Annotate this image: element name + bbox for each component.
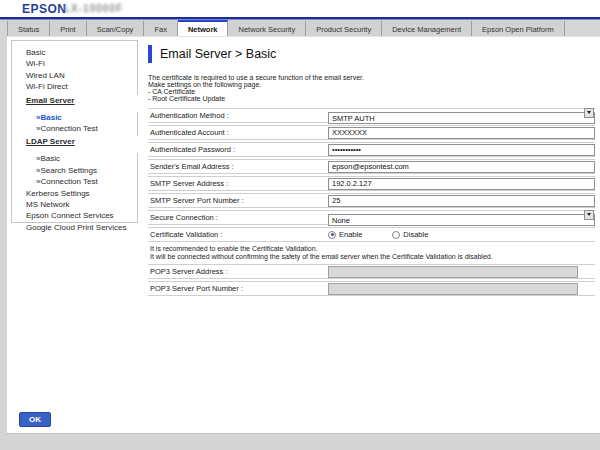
row-certificate-validation: Certificate Validation : Enable Disable [148,227,595,242]
certificate-validation-disable-option[interactable]: Disable [392,230,428,239]
secure-connection-dropdown-button[interactable] [584,210,594,220]
pop3-address-input [328,266,578,278]
tab-network[interactable]: Network [178,20,229,36]
sidebar-item-email-server-basic[interactable]: »Basic [26,112,133,123]
sidebar-item-ldap-basic[interactable]: »Basic [26,153,133,164]
note-line: It is recommended to enable the Certific… [150,245,595,253]
tab-bar: Status Print Scan/Copy Fax Network Netwo… [7,20,600,37]
row-authenticated-account: Authenticated Account : [148,125,595,140]
sidebar-item-ms-network[interactable]: MS Network [26,199,133,210]
secure-connection-label: Secure Connection : [148,213,328,222]
smtp-port-input[interactable] [328,195,595,207]
chevron-down-icon [587,111,591,114]
email-server-form: Authentication Method : Authenticated Ac… [148,108,595,296]
tab-scan-copy[interactable]: Scan/Copy [87,20,145,36]
authenticated-password-input[interactable] [328,144,595,156]
smtp-address-input[interactable] [328,178,595,190]
page-title: Email Server > Basic [160,47,276,61]
sidebar-nav: Basic Wi-Fi Wired LAN Wi-Fi Direct Email… [11,40,138,223]
tab-status[interactable]: Status [7,20,50,36]
row-authentication-method: Authentication Method : [148,108,595,123]
tab-device-management[interactable]: Device Management [382,20,472,36]
sidebar-item-wired-lan[interactable]: Wired LAN [26,70,133,81]
description-line: The certificate is required to use a sec… [148,74,595,81]
pop3-address-label: POP3 Server Address : [148,267,328,276]
chevron-down-icon [587,213,591,216]
title-bar: Email Server > Basic [148,45,595,63]
printer-model-label: LX-10000F [64,3,123,14]
sidebar-item-epson-connect-services[interactable]: Epson Connect Services [26,210,133,221]
certificate-validation-enable-option[interactable]: Enable [328,230,362,239]
ok-button[interactable]: OK [19,412,51,427]
sidebar-item-ldap-search-settings[interactable]: »Search Settings [26,165,133,176]
tab-print[interactable]: Print [50,20,86,36]
row-sender-email: Sender's Email Address : [148,159,595,174]
description-line: Make settings on the following page. [148,81,595,88]
certificate-validation-note: It is recommended to enable the Certific… [150,245,595,260]
row-pop3-address: POP3 Server Address : [148,264,595,279]
app-header: EPSON LX-10000F [0,0,600,17]
tab-network-security[interactable]: Network Security [228,20,306,36]
authenticated-account-input[interactable] [328,127,595,139]
tab-product-security[interactable]: Product Security [306,20,382,36]
pop3-port-input [328,283,578,295]
sidebar-item-ldap-connection-test[interactable]: »Connection Test [26,176,133,187]
sender-email-input[interactable] [328,161,595,173]
smtp-address-label: SMTP Server Address : [148,179,328,188]
sidebar-item-basic[interactable]: Basic [26,47,133,58]
enable-label: Enable [339,230,362,239]
note-line: It will be connected without confirming … [150,253,595,261]
sidebar-item-wifi-direct[interactable]: Wi-Fi Direct [26,81,133,92]
authentication-method-select[interactable] [328,107,595,125]
description-line: - Root Certificate Update [148,95,595,102]
epson-logo: EPSON [22,2,67,16]
certificate-validation-label: Certificate Validation : [148,230,328,239]
pop3-port-label: POP3 Server Port Number : [148,284,328,293]
radio-disable-icon[interactable] [392,231,400,239]
main-panel: Email Server > Basic The certificate is … [148,45,595,298]
authenticated-password-label: Authenticated Password : [148,145,328,154]
secure-connection-value[interactable] [328,214,595,226]
disable-label: Disable [403,230,428,239]
sidebar-item-email-connection-test[interactable]: »Connection Test [26,123,133,134]
title-accent-bar [148,45,152,63]
sidebar-item-wifi[interactable]: Wi-Fi [26,58,133,69]
authentication-method-dropdown-button[interactable] [584,108,594,118]
tab-fax[interactable]: Fax [144,20,178,36]
sender-email-label: Sender's Email Address : [148,162,328,171]
row-smtp-port: SMTP Server Port Number : [148,193,595,208]
row-pop3-port: POP3 Server Port Number : [148,281,595,296]
row-secure-connection: Secure Connection : [148,210,595,225]
authentication-method-label: Authentication Method : [148,111,328,120]
content-area: Basic Wi-Fi Wired LAN Wi-Fi Direct Email… [7,37,600,432]
page-panel: Status Print Scan/Copy Fax Network Netwo… [7,20,600,433]
row-smtp-address: SMTP Server Address : [148,176,595,191]
tab-epson-open-platform[interactable]: Epson Open Platform [472,20,565,36]
sidebar-item-kerberos-settings[interactable]: Kerberos Settings [26,188,133,199]
certificate-validation-radio-group: Enable Disable [328,230,458,239]
description-line: - CA Certificate [148,88,595,95]
sidebar-item-google-cloud-print-services[interactable]: Google Cloud Print Services [26,222,133,233]
smtp-port-label: SMTP Server Port Number : [148,196,328,205]
authentication-method-value[interactable] [328,112,595,124]
page-description: The certificate is required to use a sec… [148,74,595,102]
secure-connection-select[interactable] [328,209,595,227]
row-authenticated-password: Authenticated Password : [148,142,595,157]
radio-enable-icon[interactable] [328,231,336,239]
authenticated-account-label: Authenticated Account : [148,128,328,137]
